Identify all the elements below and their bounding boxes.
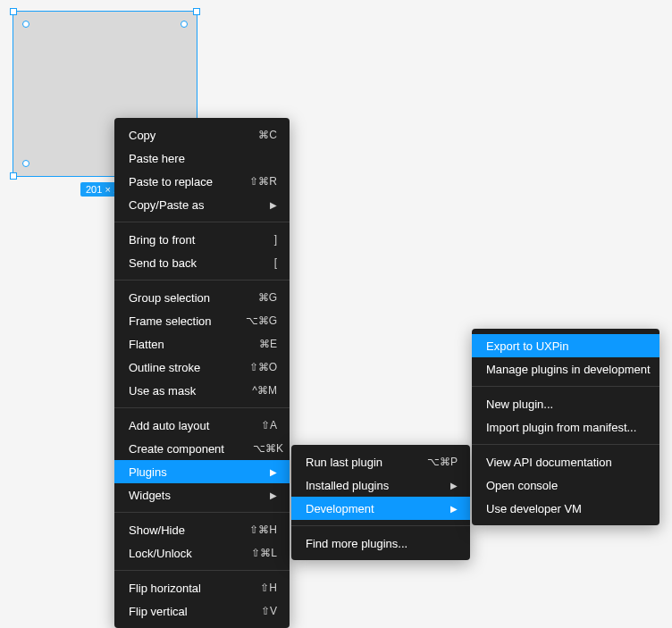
submenu-arrow-icon: ▶: [449, 504, 458, 514]
menu-label: Copy: [129, 129, 218, 142]
menu-label: Installed plugins: [306, 479, 431, 492]
menu-shortcut: ⇧⌘R: [243, 175, 277, 188]
menu-label: Copy/Paste as: [129, 198, 250, 212]
menu-shortcut: ⌘C: [243, 129, 277, 141]
menu-label: View API documentation: [486, 456, 647, 469]
menu-label: Manage plugins in development: [486, 363, 651, 376]
menu-shortcut: ⌘E: [243, 338, 277, 350]
menu-separator: [114, 280, 290, 281]
resize-handle-tl[interactable]: [10, 8, 17, 15]
context-menu-plugins: Run last plugin ⌥⌘P Installed plugins ▶ …: [291, 445, 470, 560]
menu-separator: [472, 444, 659, 445]
menu-shortcut: ⇧⌘H: [243, 523, 277, 536]
menu-paste-to-replace[interactable]: Paste to replace ⇧⌘R: [114, 170, 290, 193]
menu-label: Export to UXPin: [486, 339, 647, 353]
submenu-arrow-icon: ▶: [449, 481, 458, 490]
menu-shortcut: ⇧A: [243, 419, 277, 431]
submenu-arrow-icon: ▶: [268, 490, 277, 500]
menu-shortcut: ⌥⌘K: [249, 442, 283, 455]
menu-import-plugin-manifest[interactable]: Import plugin from manifest...: [472, 415, 659, 439]
menu-label: Open console: [486, 479, 647, 492]
menu-label: Paste to replace: [129, 175, 218, 188]
menu-label: Add auto layout: [129, 419, 218, 432]
menu-shortcut: ⌥⌘G: [243, 314, 277, 327]
radius-handle-bl[interactable]: [22, 160, 29, 167]
menu-separator: [114, 512, 290, 513]
menu-installed-plugins[interactable]: Installed plugins ▶: [291, 473, 470, 497]
menu-label: Bring to front: [129, 233, 218, 247]
menu-export-to-uxpin[interactable]: Export to UXPin: [472, 334, 659, 357]
menu-separator: [291, 525, 470, 526]
menu-shortcut: ^⌘M: [243, 384, 277, 397]
menu-create-component[interactable]: Create component ⌥⌘K: [114, 437, 290, 460]
menu-shortcut: [: [243, 256, 277, 269]
menu-outline-stroke[interactable]: Outline stroke ⇧⌘O: [114, 356, 290, 379]
menu-separator: [472, 386, 659, 387]
menu-add-auto-layout[interactable]: Add auto layout ⇧A: [114, 414, 290, 437]
menu-label: New plugin...: [486, 398, 647, 411]
menu-development[interactable]: Development ▶: [291, 497, 470, 520]
menu-separator: [114, 222, 290, 222]
menu-shortcut: ⇧⌘O: [243, 361, 277, 373]
menu-show-hide[interactable]: Show/Hide ⇧⌘H: [114, 518, 290, 541]
menu-find-more-plugins[interactable]: Find more plugins...: [291, 532, 470, 555]
menu-shortcut: ⇧V: [243, 605, 277, 617]
menu-label: Flip horizontal: [129, 582, 218, 595]
menu-copy-paste-as[interactable]: Copy/Paste as ▶: [114, 193, 290, 216]
menu-bring-to-front[interactable]: Bring to front ]: [114, 228, 290, 251]
menu-label: Group selection: [129, 291, 218, 305]
menu-shortcut: ⌘G: [243, 291, 277, 304]
menu-label: Use developer VM: [486, 502, 647, 515]
menu-label: Import plugin from manifest...: [486, 421, 647, 434]
submenu-arrow-icon: ▶: [268, 467, 277, 477]
menu-flip-horizontal[interactable]: Flip horizontal ⇧H: [114, 576, 290, 599]
menu-shortcut: ⇧H: [243, 582, 277, 594]
menu-label: Send to back: [129, 256, 218, 270]
menu-use-developer-vm[interactable]: Use developer VM: [472, 497, 659, 520]
menu-widgets[interactable]: Widgets ▶: [114, 483, 290, 507]
menu-open-console[interactable]: Open console: [472, 473, 659, 497]
menu-plugins[interactable]: Plugins ▶: [114, 460, 290, 483]
menu-label: Show/Hide: [129, 523, 218, 537]
menu-new-plugin[interactable]: New plugin...: [472, 392, 659, 415]
menu-label: Create component: [129, 442, 224, 456]
context-menu-main: Copy ⌘C Paste here Paste to replace ⇧⌘R …: [114, 118, 290, 628]
submenu-arrow-icon: ▶: [268, 200, 277, 210]
menu-separator: [114, 570, 290, 571]
menu-copy[interactable]: Copy ⌘C: [114, 123, 290, 147]
menu-manage-plugins-development[interactable]: Manage plugins in development: [472, 357, 659, 381]
radius-handle-tr[interactable]: [181, 21, 188, 28]
menu-separator: [114, 407, 290, 408]
menu-label: Run last plugin: [306, 456, 399, 469]
menu-label: Find more plugins...: [306, 537, 458, 550]
menu-label: Outline stroke: [129, 361, 218, 374]
resize-handle-bl[interactable]: [10, 172, 17, 180]
menu-label: Flatten: [129, 338, 218, 351]
menu-use-as-mask[interactable]: Use as mask ^⌘M: [114, 379, 290, 402]
menu-send-to-back[interactable]: Send to back [: [114, 251, 290, 274]
context-menu-development: Export to UXPin Manage plugins in develo…: [472, 329, 659, 525]
menu-label: Flip vertical: [129, 605, 218, 618]
resize-handle-tr[interactable]: [193, 8, 200, 15]
menu-paste-here[interactable]: Paste here: [114, 147, 290, 170]
menu-shortcut: ⌥⌘P: [424, 456, 458, 468]
menu-flatten[interactable]: Flatten ⌘E: [114, 332, 290, 356]
menu-label: Frame selection: [129, 314, 218, 328]
menu-label: Widgets: [129, 489, 250, 502]
menu-label: Plugins: [129, 465, 250, 479]
menu-frame-selection[interactable]: Frame selection ⌥⌘G: [114, 309, 290, 332]
menu-group-selection[interactable]: Group selection ⌘G: [114, 286, 290, 309]
menu-view-api-documentation[interactable]: View API documentation: [472, 450, 659, 473]
menu-shortcut: ]: [243, 233, 277, 246]
menu-label: Lock/Unlock: [129, 547, 218, 560]
menu-lock-unlock[interactable]: Lock/Unlock ⇧⌘L: [114, 541, 290, 565]
menu-flip-vertical[interactable]: Flip vertical ⇧V: [114, 599, 290, 623]
menu-run-last-plugin[interactable]: Run last plugin ⌥⌘P: [291, 450, 470, 473]
menu-shortcut: ⇧⌘L: [243, 547, 277, 559]
radius-handle-tl[interactable]: [22, 21, 29, 28]
menu-label: Use as mask: [129, 384, 218, 398]
menu-label: Development: [306, 502, 431, 515]
menu-label: Paste here: [129, 152, 277, 165]
